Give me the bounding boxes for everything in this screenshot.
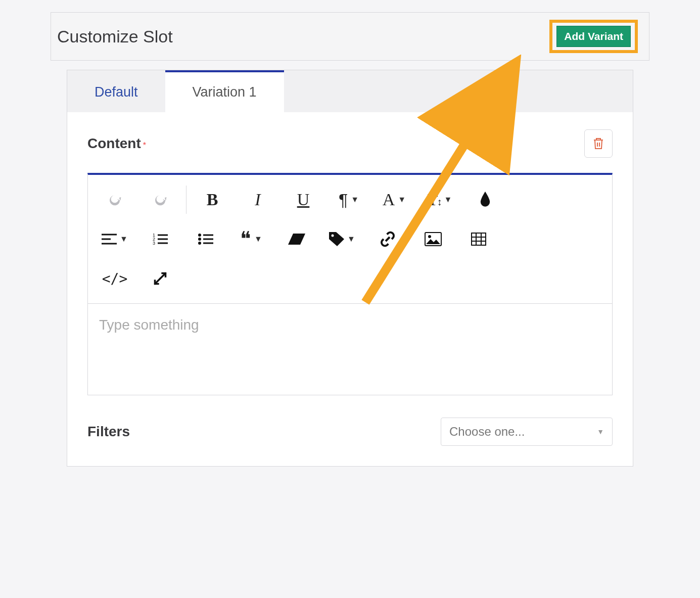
- tab-variation-1[interactable]: Variation 1: [165, 70, 284, 112]
- svg-text:3: 3: [153, 241, 155, 246]
- code-view-button[interactable]: </>: [92, 259, 137, 298]
- toolbar-separator: [186, 186, 186, 214]
- variant-tabs: Default Variation 1: [67, 70, 633, 112]
- variant-panel: Default Variation 1 Content*: [67, 70, 633, 467]
- filters-label: Filters: [87, 424, 130, 440]
- delete-variant-button[interactable]: [584, 129, 613, 158]
- add-variant-highlight: Add Variant: [549, 20, 638, 53]
- image-icon: [425, 232, 442, 246]
- quote-button[interactable]: ❝▼: [228, 219, 274, 259]
- fullscreen-button[interactable]: [137, 259, 183, 298]
- svg-point-10: [198, 234, 201, 237]
- font-a-icon: A: [383, 190, 395, 209]
- svg-point-18: [428, 235, 431, 238]
- add-variant-button[interactable]: Add Variant: [556, 26, 631, 47]
- paragraph-format-button[interactable]: ¶▼: [326, 180, 371, 219]
- ordered-list-button[interactable]: 123: [137, 219, 183, 259]
- chevron-down-icon: ▼: [597, 428, 604, 436]
- svg-point-12: [198, 242, 201, 245]
- pilcrow-icon: ¶: [339, 190, 348, 210]
- font-family-button[interactable]: A▼: [371, 180, 417, 219]
- editor-content-area[interactable]: [88, 304, 612, 395]
- drop-icon: [479, 192, 492, 208]
- tab-default[interactable]: Default: [67, 70, 165, 112]
- svg-point-16: [332, 235, 334, 237]
- clear-formatting-button[interactable]: [274, 219, 319, 259]
- font-size-button[interactable]: T↕▼: [417, 180, 462, 219]
- rich-text-editor: B I U ¶▼ A▼ T↕▼: [87, 173, 613, 395]
- content-label: Content*: [87, 135, 146, 152]
- insert-link-button[interactable]: [365, 219, 410, 259]
- insert-image-button[interactable]: [410, 219, 456, 259]
- align-left-icon: [102, 233, 117, 245]
- page-title: Customize Slot: [57, 27, 173, 47]
- insert-table-button[interactable]: [456, 219, 501, 259]
- customize-slot-header: Customize Slot Add Variant: [51, 12, 649, 61]
- expand-icon: [153, 271, 167, 286]
- italic-button[interactable]: I: [235, 180, 281, 219]
- editor-toolbar: B I U ¶▼ A▼ T↕▼: [88, 175, 612, 304]
- tag-icon: [329, 232, 344, 246]
- table-icon: [471, 233, 486, 246]
- unordered-list-icon: [198, 233, 213, 246]
- tt-icon: T↕: [428, 190, 441, 209]
- undo-button[interactable]: [92, 180, 137, 219]
- align-button[interactable]: ▼: [92, 219, 137, 259]
- unordered-list-button[interactable]: [183, 219, 228, 259]
- trash-icon: [592, 137, 604, 150]
- link-icon: [380, 231, 396, 247]
- underline-button[interactable]: U: [281, 180, 326, 219]
- bold-button[interactable]: B: [190, 180, 235, 219]
- tags-button[interactable]: ▼: [319, 219, 365, 259]
- code-icon: </>: [102, 270, 128, 287]
- svg-point-11: [198, 238, 201, 241]
- svg-rect-19: [472, 233, 486, 245]
- filters-select[interactable]: Choose one... ▼: [441, 418, 613, 446]
- redo-button[interactable]: [137, 180, 183, 219]
- undo-icon: [107, 192, 122, 207]
- eraser-icon: [288, 234, 305, 245]
- ordered-list-icon: 123: [153, 233, 168, 246]
- filters-select-placeholder: Choose one...: [449, 425, 525, 439]
- redo-icon: [153, 192, 168, 207]
- text-color-button[interactable]: [462, 180, 508, 219]
